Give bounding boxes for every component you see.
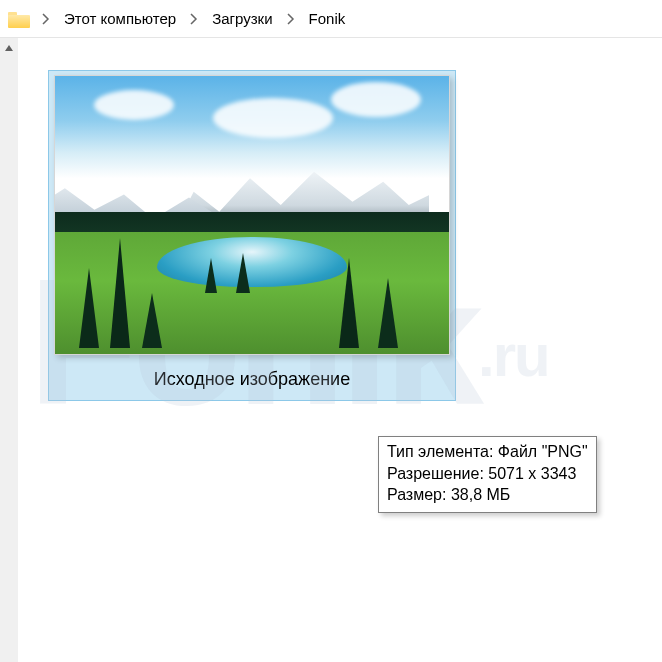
tooltip-size-value: 38,8 МБ: [451, 486, 510, 503]
tooltip-resolution-row: Разрешение: 5071 x 3343: [387, 463, 588, 485]
file-pane[interactable]: Fonik.ru Исходное изображ: [18, 38, 662, 662]
chevron-right-icon[interactable]: [38, 11, 54, 27]
chevron-right-icon[interactable]: [283, 11, 299, 27]
tooltip-resolution-label: Разрешение:: [387, 465, 484, 482]
breadcrumb-item-computer[interactable]: Этот компьютер: [60, 8, 180, 29]
folder-icon: [8, 10, 30, 28]
scroll-up-icon[interactable]: [1, 40, 17, 56]
tooltip-type-label: Тип элемента:: [387, 443, 493, 460]
breadcrumb-bar[interactable]: Этот компьютер Загрузки Fonik: [0, 0, 662, 38]
watermark-suffix: .ru: [478, 322, 549, 389]
tooltip-type-value: Файл "PNG": [498, 443, 588, 460]
tooltip-type-row: Тип элемента: Файл "PNG": [387, 441, 588, 463]
breadcrumb-item-downloads[interactable]: Загрузки: [208, 8, 276, 29]
scrollbar[interactable]: [0, 38, 18, 662]
file-name: Исходное изображение: [154, 369, 350, 390]
tooltip-resolution-value: 5071 x 3343: [488, 465, 576, 482]
file-thumbnail: [54, 75, 450, 355]
file-tooltip: Тип элемента: Файл "PNG" Разрешение: 507…: [378, 436, 597, 513]
file-item[interactable]: Исходное изображение: [48, 70, 456, 401]
breadcrumb-item-fonik[interactable]: Fonik: [305, 8, 350, 29]
tooltip-size-row: Размер: 38,8 МБ: [387, 484, 588, 506]
tooltip-size-label: Размер:: [387, 486, 446, 503]
chevron-right-icon[interactable]: [186, 11, 202, 27]
